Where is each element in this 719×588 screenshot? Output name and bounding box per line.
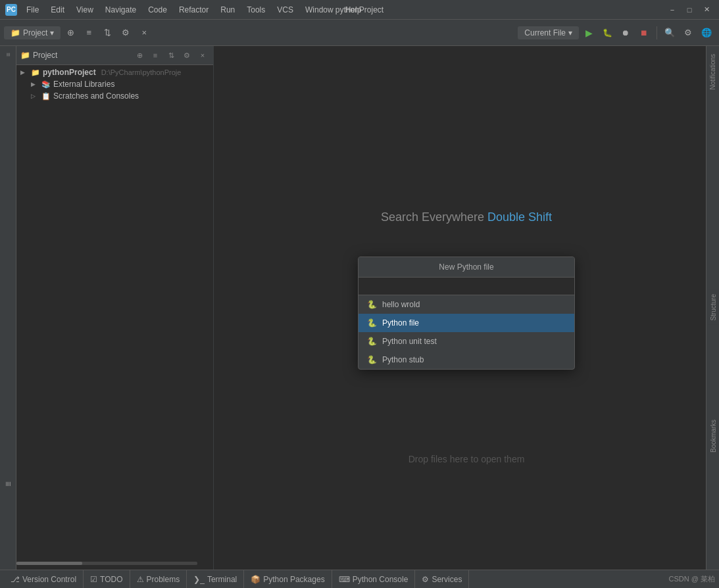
status-tab-python-console[interactable]: ⌨ Python Console xyxy=(332,570,416,589)
todo-label: TODO xyxy=(100,575,122,584)
new-file-input[interactable] xyxy=(365,282,568,291)
structure-activity-icon[interactable]: ≣ xyxy=(3,478,13,491)
status-right-text: CSDN @ 菜柏 xyxy=(669,574,715,584)
status-tab-todo[interactable]: ☑ TODO xyxy=(84,570,130,589)
project-activity-icon[interactable]: ≡ xyxy=(3,49,13,61)
popup-input-row xyxy=(359,278,574,295)
popup-item-label-3: Python stub xyxy=(382,355,424,364)
warning-icon: ⚠ xyxy=(137,575,144,584)
close-panel-button[interactable]: × xyxy=(136,24,153,41)
menu-code[interactable]: Code xyxy=(143,4,172,16)
py-file-icon-3: 🐍 xyxy=(366,355,377,365)
close-sidebar-button[interactable]: × xyxy=(196,49,209,62)
search-everywhere-text: Search Everywhere xyxy=(381,210,484,224)
lib-icon: 📚 xyxy=(41,80,51,89)
project-settings-button[interactable]: ⚙ xyxy=(180,49,193,62)
terminal-icon: ❯_ xyxy=(193,575,205,584)
python-packages-label: Python Packages xyxy=(263,575,324,584)
status-tab-terminal[interactable]: ❯_ Terminal xyxy=(187,570,244,589)
terminal-label: Terminal xyxy=(207,575,237,584)
sync-button[interactable]: ⊕ xyxy=(133,49,146,62)
status-tab-services[interactable]: ⚙ Services xyxy=(415,570,469,589)
current-file-dropdown-icon: ▾ xyxy=(568,28,572,37)
status-bar: ⎇ Version Control ☑ TODO ⚠ Problems ❯_ T… xyxy=(0,570,719,588)
popup-item-unit-test[interactable]: 🐍 Python unit test xyxy=(359,332,574,351)
popup-item-stub[interactable]: 🐍 Python stub xyxy=(359,351,574,369)
sidebar: 📁 Project ⊕ ≡ ⇅ ⚙ × ▶ 📁 pythonProject D:… xyxy=(16,46,214,570)
sidebar-scrollbar-track[interactable] xyxy=(16,562,197,565)
todo-icon: ☑ xyxy=(90,575,97,584)
settings-gear-button[interactable]: ⚙ xyxy=(117,24,134,41)
minimize-button[interactable]: − xyxy=(665,3,680,17)
bookmarks-side-label[interactable]: Bookmarks xyxy=(708,416,719,456)
collapse-button[interactable]: ≡ xyxy=(80,24,97,41)
status-tab-python-packages[interactable]: 📦 Python Packages xyxy=(244,570,332,589)
run-controls: Current File ▾ ▶ 🐛 ⏺ ⏹ 🔍 ⚙ 🌐 xyxy=(518,24,715,41)
popup-item-label-1: Python file xyxy=(382,318,419,328)
tree-item-project[interactable]: ▶ 📁 pythonProject D:\PyCharm\pythonProje xyxy=(16,66,213,78)
scroll-from-source-button[interactable]: ⇅ xyxy=(164,49,178,62)
status-tab-version-control[interactable]: ⎇ Version Control xyxy=(4,570,84,589)
popup-item-label-0: hello wrold xyxy=(382,300,420,309)
notifications-label[interactable]: Notifications xyxy=(709,54,716,89)
current-file-selector[interactable]: Current File ▾ xyxy=(518,26,579,39)
current-file-label: Current File xyxy=(524,28,566,37)
git-icon: ⎇ xyxy=(11,575,20,584)
tree-item-scratches[interactable]: ▷ 📋 Scratches and Consoles xyxy=(16,90,213,102)
menu-refactor[interactable]: Refactor xyxy=(174,4,214,16)
search-everywhere-button[interactable]: 🔍 xyxy=(661,24,678,41)
menu-view[interactable]: View xyxy=(71,4,99,16)
menu-file[interactable]: File xyxy=(21,4,44,16)
project-selector[interactable]: 📁 Project ▾ xyxy=(4,26,61,39)
services-label: Services xyxy=(432,575,462,584)
title-bar: PC File Edit View Navigate Code Refactor… xyxy=(0,0,719,20)
search-everywhere-hint: Search Everywhere Double Shift xyxy=(381,210,552,224)
menu-tools[interactable]: Tools xyxy=(241,4,270,16)
add-button[interactable]: ⊕ xyxy=(62,24,79,41)
close-button[interactable]: ✕ xyxy=(699,3,714,17)
editor-area[interactable]: Search Everywhere Double Shift New Pytho… xyxy=(214,46,719,570)
project-name: pythonProject xyxy=(43,68,96,77)
expand-arrow-scratches: ▷ xyxy=(31,93,39,99)
problems-label: Problems xyxy=(147,575,180,584)
drop-hint: Drop files here to open them xyxy=(409,454,525,464)
run-button[interactable]: ▶ xyxy=(580,24,597,41)
scratches-icon: 📋 xyxy=(41,91,51,101)
folder-icon: 📁 xyxy=(11,28,20,37)
status-tab-problems[interactable]: ⚠ Problems xyxy=(130,570,187,589)
external-libs-label: External Libraries xyxy=(53,80,114,89)
menu-navigate[interactable]: Navigate xyxy=(100,4,141,16)
menu-run[interactable]: Run xyxy=(215,4,240,16)
expand-arrow-project: ▶ xyxy=(20,69,28,76)
py-file-icon-2: 🐍 xyxy=(366,336,377,347)
horizontal-button[interactable]: ⇅ xyxy=(99,24,116,41)
python-console-label: Python Console xyxy=(353,575,409,584)
popup-item-hello-wrold[interactable]: 🐍 hello wrold xyxy=(359,295,574,314)
console-icon: ⌨ xyxy=(339,575,350,584)
debug-button[interactable]: 🐛 xyxy=(599,24,616,41)
structure-side-label[interactable]: Structure xyxy=(708,290,719,325)
folder-small-icon: 📁 xyxy=(20,51,30,60)
app-icon: PC xyxy=(5,4,17,16)
collapse-all-button[interactable]: ≡ xyxy=(149,49,162,62)
stop-button[interactable]: ⏹ xyxy=(635,24,653,41)
project-header-label: Project xyxy=(33,51,130,60)
py-file-icon-0: 🐍 xyxy=(366,299,377,310)
window-title: pythonProject xyxy=(335,5,384,14)
menu-vcs[interactable]: VCS xyxy=(272,4,299,16)
sidebar-scrollbar-thumb[interactable] xyxy=(16,562,82,565)
tree-item-external-libs[interactable]: ▶ 📚 External Libraries xyxy=(16,78,213,90)
menu-window[interactable]: Window xyxy=(300,4,339,16)
project-dropdown-icon: ▾ xyxy=(50,28,54,37)
run-coverage-button[interactable]: ⏺ xyxy=(617,24,634,41)
new-file-popup: New Python file 🐍 hello wrold 🐍 Python f… xyxy=(358,257,575,370)
search-shortcut: Double Shift xyxy=(487,210,552,224)
popup-item-python-file[interactable]: 🐍 Python file xyxy=(359,314,574,332)
version-control-label: Version Control xyxy=(22,575,76,584)
toolbar: 📁 Project ▾ ⊕ ≡ ⇅ ⚙ × Current File ▾ ▶ 🐛… xyxy=(0,20,719,46)
maximize-button[interactable]: □ xyxy=(682,3,697,17)
menu-edit[interactable]: Edit xyxy=(45,4,70,16)
python-env-button[interactable]: 🌐 xyxy=(698,24,715,41)
main-layout: ≡ ≣ 📁 Project ⊕ ≡ ⇅ ⚙ × ▶ 📁 pythonProjec… xyxy=(0,46,719,570)
ide-settings-button[interactable]: ⚙ xyxy=(680,24,697,41)
